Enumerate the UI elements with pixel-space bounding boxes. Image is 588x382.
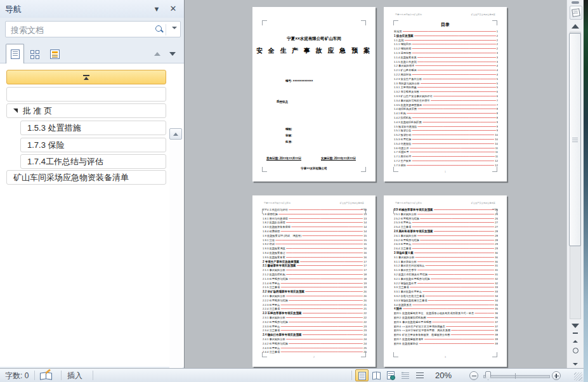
page-header-right: 矿山生产安全事故应急预案 xyxy=(340,202,364,204)
search-input[interactable] xyxy=(10,23,145,36)
red-wavy-leader: ~~~~~~~~~~~~~~~~~~~~~~~~~~~~~~~~~~~~~~~~… xyxy=(412,247,494,250)
zoom-slider-track[interactable] xyxy=(483,375,550,378)
search-box[interactable] xyxy=(5,21,181,37)
zoom-slider-thumb[interactable] xyxy=(485,371,491,380)
collapse-triangle-icon[interactable] xyxy=(13,109,18,113)
pane-options-chevron-down-icon[interactable]: ▼ xyxy=(151,3,162,15)
toc-entry: 1.7.4 工作总结与评估~~~~~~~~~~~~~~~~~~~~~~~~~~~… xyxy=(263,208,367,213)
red-wavy-leader: ~~~~~~~~~~~~~~~~~~~~~~~~~~~~~~~~~~~~~~~~… xyxy=(421,82,496,85)
red-wavy-leader: ~~~~~~~~~~~~~~~~~~~~~~~~~~~~~~~~~~~~~~~~… xyxy=(278,213,363,216)
toc-entry: 1.9.3 应急预案演练~~~~~~~~~~~~~~~~~~~~~~~~~~~~… xyxy=(263,247,367,251)
ruler-toggle-button[interactable] xyxy=(570,6,582,20)
toc-entry: 1.3.2 危害程度及范围~~~~~~~~~~~~~~~~~~~~~~~~~~~… xyxy=(394,90,498,95)
tab-browse-headings[interactable] xyxy=(6,44,24,64)
red-wavy-leader: ~~~~~~~~~~~~~~~~~~~~~~~~~~~~~~~~~~~~~~~~… xyxy=(422,290,494,293)
proofing-book-icon[interactable] xyxy=(39,371,52,380)
toc-entry: 1.4 组织机构及职责~~~~~~~~~~~~~~~~~~~~~~~~~~~~~… xyxy=(394,107,498,112)
previous-heading-button[interactable] xyxy=(152,49,162,58)
toc-body: 1.7.4 工作总结与评估~~~~~~~~~~~~~~~~~~~~~~~~~~~… xyxy=(263,208,367,355)
page-1-cover[interactable]: 宁夏××水泥有限公司矿山车间 安 全 生 产 事 故 应 急 预 案 编号: ×… xyxy=(252,7,376,181)
draft-icon xyxy=(416,371,424,379)
search-icon[interactable] xyxy=(155,25,164,34)
chevron-down-icon xyxy=(169,52,176,56)
red-wavy-leader: ~~~~~~~~~~~~~~~~~~~~~~~~~~~~~~~~~~~~~~~~… xyxy=(286,268,363,272)
red-wavy-leader: ~~~~~~~~~~~~~~~~~~~~~~~~~~~~~~~~~~~~~~~~… xyxy=(428,299,494,302)
split-window-handle[interactable] xyxy=(572,1,579,4)
select-browse-object-button[interactable] xyxy=(570,345,581,355)
red-wavy-leader: ~~~~~~~~~~~~~~~~~~~~~~~~~~~~~~~~~~~~~~~~… xyxy=(427,316,495,319)
page-2-toc[interactable]: 宁夏××水泥有限公司矿山车间 矿山生产安全事故应急预案 目录 批准页~~~~~~… xyxy=(384,7,507,181)
red-wavy-leader: ~~~~~~~~~~~~~~~~~~~~~~~~~~~~~~~~~~~~~~~~… xyxy=(300,260,363,263)
heading-item-1-5-3[interactable]: 1.5.3 处置措施 xyxy=(20,121,166,135)
toc-entry: 2.2.4 注意事项~~~~~~~~~~~~~~~~~~~~~~~~~~~~~~… xyxy=(263,307,367,312)
divider xyxy=(351,371,352,380)
scroll-up-button[interactable] xyxy=(569,21,582,32)
view-full-screen-reading-button[interactable] xyxy=(370,369,383,381)
search-divider xyxy=(166,24,166,36)
next-page-button[interactable] xyxy=(570,357,581,367)
red-wavy-leader: ~~~~~~~~~~~~~~~~~~~~~~~~~~~~~~~~~~~~~~~~… xyxy=(425,264,494,267)
page-3-toc[interactable]: 宁夏××水泥有限公司矿山车间 矿山生产安全事故应急预案 1.7.4 工作总结与评… xyxy=(252,195,376,367)
toc-entry: 4 附件~~~~~~~~~~~~~~~~~~~~~~~~~~~~~~~~~~~~… xyxy=(394,307,498,312)
next-heading-button[interactable] xyxy=(167,49,178,58)
toc-entry: 2.3 车辆伤害事故专项应急预案~~~~~~~~~~~~~~~~~~~~~~~~… xyxy=(263,312,367,316)
insert-mode-indicator[interactable]: 插入 xyxy=(67,371,82,381)
nav-scroll-up-button[interactable] xyxy=(169,128,182,140)
zoom-level-label[interactable]: 20% xyxy=(435,371,452,380)
toc-entry: 2.4.3 处置要点~~~~~~~~~~~~~~~~~~~~~~~~~~~~~~… xyxy=(263,346,367,351)
previous-page-button[interactable] xyxy=(570,333,581,343)
toc-entry: 1.5.3 处置措施~~~~~~~~~~~~~~~~~~~~~~~~~~~~~~… xyxy=(394,138,498,142)
toc-entry: 附件7: 应急救援物资清单~~~~~~~~~~~~~~~~~~~~~~~~~~~… xyxy=(394,338,498,342)
nav-scrollbar[interactable] xyxy=(169,128,183,382)
document-scrollbar[interactable] xyxy=(566,0,584,368)
toc-entry: 1.8.2 应急队伍保障~~~~~~~~~~~~~~~~~~~~~~~~~~~~… xyxy=(263,221,367,225)
chevron-down-icon xyxy=(572,324,579,328)
tab-browse-results[interactable] xyxy=(45,44,63,63)
view-web-layout-button[interactable] xyxy=(384,369,398,381)
heading-item-approval-page[interactable]: 批 准 页 xyxy=(6,103,166,118)
red-wavy-leader: ~~~~~~~~~~~~~~~~~~~~~~~~~~~~~~~~~~~~~~~~… xyxy=(289,320,363,324)
print-layout-icon xyxy=(358,372,366,380)
scroll-down-button[interactable] xyxy=(569,320,582,331)
document-canvas[interactable]: 宁夏××水泥有限公司矿山车间 安 全 生 产 事 故 应 急 预 案 编号: ×… xyxy=(185,0,566,368)
search-dropdown-caret-icon[interactable] xyxy=(172,27,177,29)
heading-item-selected[interactable] xyxy=(6,70,166,84)
page-4-toc[interactable]: 宁夏××水泥有限公司矿山车间 矿山生产安全事故应急预案 2.5 机械伤害事故专项… xyxy=(384,195,507,367)
red-wavy-leader: ~~~~~~~~~~~~~~~~~~~~~~~~~~~~~~~~~~~~~~~~… xyxy=(410,147,495,150)
toc-entry: 1.7.2 生产恢复~~~~~~~~~~~~~~~~~~~~~~~~~~~~~~… xyxy=(394,159,498,164)
toc-entry: 附件3: 事故应急救援处置流程图~~~~~~~~~~~~~~~~~~~~~~~~… xyxy=(394,320,498,325)
toc-entry: 1.9.5 应急预案备案~~~~~~~~~~~~~~~~~~~~~~~~~~~~… xyxy=(263,256,367,260)
toc-entry: 1.8.3 应急物资装备保障~~~~~~~~~~~~~~~~~~~~~~~~~~… xyxy=(263,225,367,230)
scrollbar-thumb[interactable] xyxy=(569,33,581,246)
cover-approved-label: 批准: xyxy=(285,140,292,143)
window-resize-grip[interactable] xyxy=(574,372,582,381)
zoom-out-button[interactable] xyxy=(469,371,478,380)
pane-close-icon[interactable]: ✕ xyxy=(167,3,179,15)
view-print-layout-button[interactable] xyxy=(355,369,369,381)
red-wavy-leader: ~~~~~~~~~~~~~~~~~~~~~~~~~~~~~~~~~~~~~~~~… xyxy=(412,43,495,46)
toc-entry: 3 现场处置方案~~~~~~~~~~~~~~~~~~~~~~~~~~~~~~~~… xyxy=(394,251,498,256)
red-wavy-leader: ~~~~~~~~~~~~~~~~~~~~~~~~~~~~~~~~~~~~~~~~… xyxy=(412,242,494,246)
toc-entry: 1.5.2 预警行动~~~~~~~~~~~~~~~~~~~~~~~~~~~~~~… xyxy=(394,133,498,138)
toc-entry: 附件5: ××水泥宁夏矿区平面布置图、周边关系图~~~~~~~~~~~~~~~~… xyxy=(394,329,498,333)
zoom-in-button[interactable] xyxy=(552,371,561,380)
red-wavy-leader: ~~~~~~~~~~~~~~~~~~~~~~~~~~~~~~~~~~~~~~~~… xyxy=(417,234,495,237)
view-draft-button[interactable] xyxy=(414,369,427,381)
red-wavy-leader: ~~~~~~~~~~~~~~~~~~~~~~~~~~~~~~~~~~~~~~~~… xyxy=(286,273,363,276)
view-outline-button[interactable] xyxy=(399,369,412,381)
heading-item-1-7-3[interactable]: 1.7.3 保险 xyxy=(20,138,166,152)
page-header-left: 宁夏××水泥有限公司矿山车间 xyxy=(395,13,422,16)
toc-entry: 1.8.1 通信与信息保障~~~~~~~~~~~~~~~~~~~~~~~~~~~… xyxy=(263,217,367,221)
red-wavy-leader: ~~~~~~~~~~~~~~~~~~~~~~~~~~~~~~~~~~~~~~~~… xyxy=(474,312,494,315)
red-wavy-leader: ~~~~~~~~~~~~~~~~~~~~~~~~~~~~~~~~~~~~~~~~… xyxy=(417,282,495,285)
toc-entry: 2 专项生产事故应急救援预案~~~~~~~~~~~~~~~~~~~~~~~~~~… xyxy=(263,260,367,265)
tab-browse-pages[interactable] xyxy=(25,44,44,63)
red-wavy-leader: ~~~~~~~~~~~~~~~~~~~~~~~~~~~~~~~~~~~~~~~~… xyxy=(424,338,495,341)
toc-entry: 附件6: 矿区主要设备装备物资、救援物资分布图~~~~~~~~~~~~~~~~~… xyxy=(394,333,498,338)
plus-icon xyxy=(556,374,557,378)
word-count-indicator[interactable]: 字数: 0 xyxy=(5,371,29,381)
red-wavy-leader: ~~~~~~~~~~~~~~~~~~~~~~~~~~~~~~~~~~~~~~~~… xyxy=(420,239,495,242)
heading-item-equipment-list[interactable]: 矿山车间采场应急物资装备清单 xyxy=(6,170,166,185)
heading-item-1-7-4[interactable]: 1.7.4工作总结与评估 xyxy=(20,154,166,169)
heading-item-blank[interactable] xyxy=(6,87,166,102)
